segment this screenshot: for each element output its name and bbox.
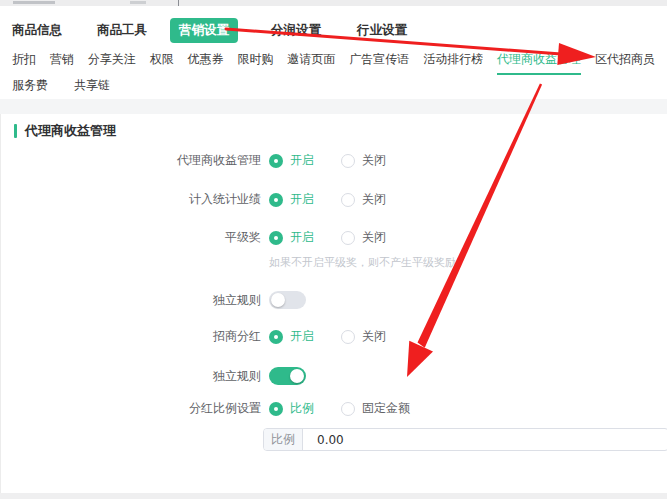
tab-marketing-settings-active[interactable]: 营销设置	[170, 18, 238, 43]
subtab-activity-rank[interactable]: 活动排行榜	[423, 51, 483, 73]
section-gap	[0, 99, 667, 114]
ratio-input-group: 比例 0.00	[263, 428, 667, 451]
section-header: 代理商收益管理	[1, 114, 667, 140]
subtab-flash-sale[interactable]: 限时购	[237, 51, 273, 73]
subtab-area-agent[interactable]: 区代招商员	[595, 51, 655, 73]
radio-label: 关闭	[362, 328, 386, 345]
content-card: 代理商收益管理 代理商收益管理 开启 关闭 计入	[0, 114, 667, 493]
radio-unselected-icon	[341, 154, 355, 168]
form-row-investment-dividend: 招商分红 开启 关闭	[1, 328, 667, 345]
clipped-divider	[178, 0, 179, 6]
tab-industry-settings[interactable]: 行业设置	[357, 22, 407, 39]
radio-label: 开启	[290, 152, 314, 169]
radio-selected-icon	[269, 231, 283, 245]
bottom-page-margin	[0, 493, 667, 499]
subtab-discount[interactable]: 折扣	[12, 51, 36, 73]
radio-label: 关闭	[362, 191, 386, 208]
radio-on[interactable]: 开启	[269, 229, 314, 246]
subtab-service-fee[interactable]: 服务费	[12, 77, 48, 94]
radio-label: 开启	[290, 328, 314, 345]
input-prefix-label: 比例	[264, 429, 303, 450]
toggle-on[interactable]	[269, 367, 306, 385]
secondary-tab-bar: 折扣 营销 分享关注 权限 优惠券 限时购 邀请页面 广告宣传语 活动排行榜 代…	[0, 51, 667, 75]
form-row-agent-income: 代理商收益管理 开启 关闭	[1, 152, 667, 169]
field-label: 独立规则	[1, 368, 261, 385]
radio-label: 比例	[290, 400, 314, 417]
radio-on[interactable]: 开启	[269, 152, 314, 169]
radio-label: 固定金额	[362, 400, 410, 417]
tab-product-info[interactable]: 商品信息	[12, 22, 62, 39]
field-label: 分红比例设置	[1, 400, 261, 417]
radio-label: 关闭	[362, 152, 386, 169]
form-row-independent-rule-1: 独立规则	[1, 291, 667, 309]
radio-label: 关闭	[362, 229, 386, 246]
radio-off[interactable]: 关闭	[341, 229, 386, 246]
radio-unselected-icon	[341, 330, 355, 344]
radio-on[interactable]: 开启	[269, 191, 314, 208]
toggle-off[interactable]	[269, 291, 306, 309]
field-label: 招商分红	[1, 328, 261, 345]
field-label: 代理商收益管理	[1, 152, 261, 169]
form-row-peer-award: 平级奖 开启 关闭	[1, 229, 667, 246]
section-title: 代理商收益管理	[25, 122, 116, 140]
peer-award-hint: 如果不开启平级奖，则不产生平级奖励	[269, 255, 667, 270]
subtab-agent-income-active[interactable]: 代理商收益管理	[497, 51, 581, 75]
radio-selected-icon	[269, 154, 283, 168]
radio-on[interactable]: 开启	[269, 328, 314, 345]
subtab-ad-slogan[interactable]: 广告宣传语	[349, 51, 409, 73]
radio-fixed-amount[interactable]: 固定金额	[341, 400, 410, 417]
radio-off[interactable]: 关闭	[341, 191, 386, 208]
toggle-knob	[290, 369, 304, 383]
radio-ratio[interactable]: 比例	[269, 400, 314, 417]
subtab-coupon[interactable]: 优惠券	[188, 51, 224, 73]
radio-unselected-icon	[341, 193, 355, 207]
radio-unselected-icon	[341, 402, 355, 416]
tab-product-tools[interactable]: 商品工具	[97, 22, 147, 39]
form-row-dividend-ratio-setting: 分红比例设置 比例 固定金额	[1, 400, 667, 417]
primary-tab-bar: 商品信息 商品工具 营销设置 分润设置 行业设置	[0, 15, 667, 45]
radio-off[interactable]: 关闭	[341, 152, 386, 169]
toggle-knob	[271, 293, 285, 307]
radio-off[interactable]: 关闭	[341, 328, 386, 345]
top-clipped-row	[0, 0, 667, 6]
settings-form: 代理商收益管理 开启 关闭 计入统计业绩	[1, 152, 667, 451]
field-label: 独立规则	[1, 292, 261, 309]
subtab-invite-page[interactable]: 邀请页面	[287, 51, 335, 73]
form-row-independent-rule-2: 独立规则	[1, 367, 667, 385]
radio-selected-icon	[269, 330, 283, 344]
radio-selected-icon	[269, 402, 283, 416]
section-accent-bar	[14, 124, 17, 138]
ratio-input[interactable]: 0.00	[303, 429, 667, 450]
page: 商品信息 商品工具 营销设置 分润设置 行业设置 折扣 营销 分享关注 权限 优…	[0, 0, 667, 499]
radio-unselected-icon	[341, 231, 355, 245]
subtab-marketing[interactable]: 营销	[50, 51, 74, 73]
radio-selected-icon	[269, 193, 283, 207]
form-row-count-performance: 计入统计业绩 开启 关闭	[1, 191, 667, 208]
subtab-share-follow[interactable]: 分享关注	[88, 51, 136, 73]
subtab-permission[interactable]: 权限	[150, 51, 174, 73]
tertiary-tab-bar: 服务费 共享链	[0, 75, 667, 95]
tab-profit-settings[interactable]: 分润设置	[271, 22, 321, 39]
radio-label: 开启	[290, 229, 314, 246]
tabs-card: 商品信息 商品工具 营销设置 分润设置 行业设置 折扣 营销 分享关注 权限 优…	[0, 6, 667, 99]
radio-label: 开启	[290, 191, 314, 208]
clipped-text-fragment	[130, 1, 146, 4]
field-label: 计入统计业绩	[1, 191, 261, 208]
clipped-text-fragment	[13, 1, 55, 4]
field-label: 平级奖	[1, 229, 261, 246]
subtab-share-chain[interactable]: 共享链	[74, 77, 110, 94]
